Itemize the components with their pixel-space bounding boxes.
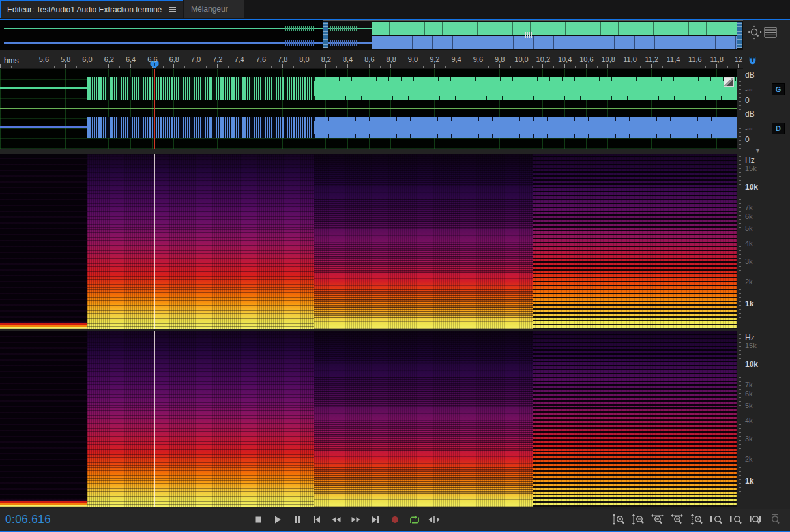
frequency-label: 4k xyxy=(745,239,753,247)
ruler-time-label: 10,4 xyxy=(558,55,572,63)
scale-collapse-arrow-icon[interactable]: ▾ xyxy=(756,147,759,154)
skip-to-end-button[interactable] xyxy=(368,512,383,526)
left-channel-silence xyxy=(0,87,88,89)
ruler-time-label: 9,2 xyxy=(430,55,439,63)
frequency-label: 5k xyxy=(745,224,753,232)
frequency-label: 3k xyxy=(745,258,753,265)
frequency-label: 15k xyxy=(745,164,757,172)
ruler-time-label: 9,8 xyxy=(495,55,505,63)
spectrogram-segment-4 xyxy=(533,331,737,507)
playhead-line-spectrogram xyxy=(154,331,155,507)
overview-playhead xyxy=(409,22,409,48)
tab-mixer-label: Mélangeur xyxy=(191,5,228,14)
ruler-time-label: 5,8 xyxy=(61,55,70,63)
transport-bar: 0:06.616 xyxy=(0,509,790,532)
overview-view-rectangle[interactable] xyxy=(323,20,743,50)
frequency-label: 2k xyxy=(745,455,753,463)
tab-mixer[interactable]: Mélangeur xyxy=(184,0,244,18)
zoom-selection-button[interactable] xyxy=(747,512,763,527)
rewind-button[interactable] xyxy=(329,512,344,526)
zoom-in-amplitude-button[interactable] xyxy=(610,512,626,527)
ruler-time-label: 6,6 xyxy=(147,55,157,63)
ruler-time-label: 8,6 xyxy=(364,55,374,63)
frequency-label: 2k xyxy=(745,278,753,286)
zoom-out-time-button[interactable] xyxy=(669,512,685,527)
db-zero: 0 xyxy=(745,96,750,105)
spectrogram-segment-4 xyxy=(533,154,737,329)
frequency-scale[interactable]: Hz 15k10k7k6k5k4k3k2k1k xyxy=(739,331,790,507)
ruler-time-label: 9,4 xyxy=(451,55,461,63)
db-unit-label: dB xyxy=(745,70,755,80)
snap-magnet-icon[interactable] xyxy=(747,55,759,67)
spectrogram-right-display[interactable] xyxy=(0,331,737,507)
frequency-label: 10k xyxy=(745,360,758,369)
ruler-time-label: 10,8 xyxy=(601,55,615,63)
ruler-time-label: 8,2 xyxy=(321,55,331,63)
pause-button[interactable] xyxy=(290,512,304,526)
left-channel-waveform xyxy=(87,77,314,100)
hz-unit-label: Hz xyxy=(745,156,755,165)
ruler-time-label: 6,2 xyxy=(104,55,114,63)
transport-buttons xyxy=(251,512,441,526)
ruler-time-label: 7,0 xyxy=(191,55,201,63)
play-button[interactable] xyxy=(271,512,285,526)
overview-view-right-handle[interactable] xyxy=(737,22,742,48)
left-channel-waveform-solid xyxy=(314,77,737,100)
amplitude-scale[interactable]: dB -∞ 0 G dB -∞ 0 D xyxy=(739,69,790,149)
ruler-time-label: 9,0 xyxy=(408,55,418,63)
stop-button[interactable] xyxy=(251,512,265,526)
channel-left-button[interactable]: G xyxy=(772,83,785,95)
ruler-time-label: 11,8 xyxy=(710,55,724,63)
loop-playback-button[interactable] xyxy=(407,512,422,526)
playhead-line-waveform xyxy=(154,69,155,149)
overview-zoom-icon[interactable] xyxy=(747,25,763,40)
spectrogram-silence-segment xyxy=(0,154,87,329)
panel-list-icon[interactable] xyxy=(764,27,777,38)
ruler-time-label: 6,8 xyxy=(169,55,179,63)
channel-right-button[interactable]: D xyxy=(772,123,785,134)
frequency-label: 7k xyxy=(745,381,753,389)
zoom-out-full-button[interactable] xyxy=(688,512,705,527)
playhead-time-display[interactable]: 0:06.616 xyxy=(5,513,51,526)
frequency-scale-ticks xyxy=(739,154,741,329)
frequency-label: 6k xyxy=(745,390,753,398)
ruler-time-label: 10,0 xyxy=(514,55,528,63)
ruler-time-label: 10,2 xyxy=(536,55,550,63)
panel-tab-bar: Editeur: TestAudio1 Audio Extraction ter… xyxy=(0,0,790,20)
zoom-in-point-button[interactable] xyxy=(708,512,724,527)
panel-menu-icon[interactable] xyxy=(169,7,176,12)
waveform-peak-ticks xyxy=(314,134,737,138)
timeline-ruler[interactable]: hms 5,65,86,06,26,46,66,87,07,27,47,67,8… xyxy=(0,54,743,69)
ruler-time-label: 5,6 xyxy=(39,55,49,63)
ruler-time-label: 8,8 xyxy=(387,55,396,63)
splitter-grip-dots xyxy=(383,150,403,153)
right-channel-waveform xyxy=(87,117,314,138)
waveform-display[interactable] xyxy=(0,69,737,149)
frequency-label: 7k xyxy=(745,203,753,211)
gain-hud-icon[interactable] xyxy=(724,77,734,87)
zoom-out-point-button[interactable] xyxy=(727,512,744,527)
frequency-scale[interactable]: Hz 15k10k7k6k5k4k3k2k1k xyxy=(739,154,790,329)
fast-forward-button[interactable] xyxy=(349,512,363,526)
overview-view-left-handle[interactable] xyxy=(323,22,328,48)
spectrogram-segment-3 xyxy=(314,331,533,507)
overview-navigator[interactable] xyxy=(0,20,743,50)
ruler-time-label: 7,6 xyxy=(256,55,266,63)
panel-splitter[interactable]: ▾ xyxy=(0,149,790,154)
frequency-label: 4k xyxy=(745,417,753,424)
spectrogram-left-display[interactable] xyxy=(0,154,737,329)
zoom-in-time-button[interactable] xyxy=(649,512,666,527)
zoom-out-amplitude-button[interactable] xyxy=(630,512,646,527)
audition-editor-window: Editeur: TestAudio1 Audio Extraction ter… xyxy=(0,0,790,532)
ruler-time-label: 7,2 xyxy=(212,55,222,63)
db-zero: 0 xyxy=(745,135,750,144)
skip-selection-button[interactable] xyxy=(427,512,441,526)
record-button[interactable] xyxy=(388,512,402,526)
tab-editor[interactable]: Editeur: TestAudio1 Audio Extraction ter… xyxy=(0,0,183,18)
db-minus-inf: -∞ xyxy=(745,85,753,93)
ruler-time-label: 6,4 xyxy=(126,55,136,63)
ruler-time-label: 12 xyxy=(735,55,742,63)
skip-to-start-button[interactable] xyxy=(310,512,324,526)
db-minus-inf: -∞ xyxy=(745,125,753,132)
zoom-reset-button[interactable] xyxy=(767,512,783,527)
